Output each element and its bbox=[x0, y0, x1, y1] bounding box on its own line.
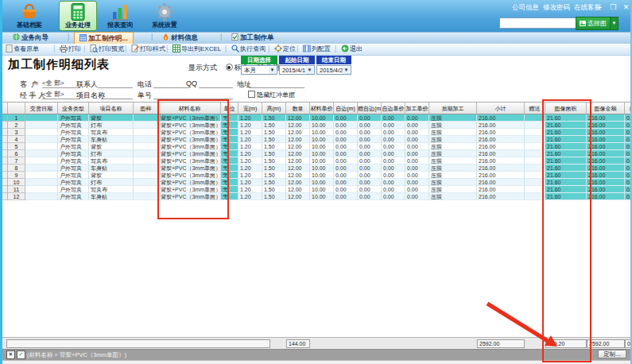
table-cell: 户外写真 bbox=[58, 186, 89, 193]
column-header-10[interactable]: 材料单价 bbox=[310, 103, 334, 114]
table-row[interactable]: 5户外写真背胶背胶+PVC（3mm单面）无1.201.5012.0010.000… bbox=[2, 143, 632, 150]
toolbar-columns-button[interactable]: 列配置 bbox=[300, 44, 333, 55]
column-header-7[interactable]: 宽(m) bbox=[238, 103, 262, 114]
column-header-11[interactable]: 自边(m) bbox=[334, 103, 358, 114]
row-selector-cell[interactable] bbox=[2, 172, 8, 179]
column-header-9[interactable]: 数量 bbox=[286, 103, 310, 114]
filter-field-r1-3[interactable] bbox=[199, 79, 233, 88]
table-cell bbox=[25, 165, 58, 172]
table-cell: 车身贴 bbox=[89, 165, 134, 172]
column-header-19[interactable]: 图像金额 bbox=[587, 103, 625, 114]
table-cell bbox=[134, 193, 159, 200]
column-header-15[interactable]: 后期加工 bbox=[429, 103, 477, 114]
apply-filter-checkbox-icon[interactable]: ✓ bbox=[17, 350, 25, 359]
row-selector-cell[interactable] bbox=[2, 129, 8, 136]
chevron-down-icon[interactable]: ▼ bbox=[306, 67, 313, 74]
row-selector-cell[interactable] bbox=[2, 114, 8, 122]
column-header-0[interactable] bbox=[8, 103, 25, 114]
table-row[interactable]: 12户外写真车身贴背胶+PVC（3mm单面）无1.201.5012.0010.0… bbox=[2, 193, 632, 200]
table-cell bbox=[525, 136, 545, 143]
main-menu-basket[interactable]: 基础档案 bbox=[11, 2, 48, 30]
tab-3[interactable]: 加工制作单 bbox=[227, 32, 279, 44]
date-filter-select-2[interactable]: 2015/4/26▼ bbox=[316, 65, 351, 75]
tab-1[interactable]: 加工制作明... bbox=[74, 32, 134, 44]
filter-field-r1-2[interactable] bbox=[153, 79, 189, 88]
column-header-17[interactable]: 赠送 bbox=[525, 103, 545, 114]
toolbar-exit-button[interactable]: 退出 bbox=[339, 44, 365, 55]
table-row[interactable]: 3户外写真写真布背胶+PVC（3mm单面）无1.201.5012.0010.00… bbox=[2, 129, 632, 136]
toolbar-print-preview-button[interactable]: 打印预览 bbox=[87, 44, 126, 55]
table-row[interactable]: 4户外写真车身贴背胶+PVC（3mm单面）无1.201.5012.0010.00… bbox=[2, 136, 632, 143]
toolbar-search-button[interactable]: 执行查询 bbox=[229, 44, 268, 55]
table-cell: 户外写真 bbox=[58, 150, 89, 157]
table-select-all-cell[interactable] bbox=[2, 103, 8, 114]
toolbar-printer-button[interactable]: 打印 bbox=[57, 44, 83, 55]
toolbar-document-button[interactable]: 查看原单 bbox=[3, 44, 41, 55]
column-header-1[interactable]: 交货日期 bbox=[25, 103, 58, 114]
table-row[interactable]: 10户外写真灯布背胶+PVC（3mm单面）无1.201.5012.0010.00… bbox=[2, 179, 632, 186]
titlebar-link-1[interactable]: 修改密码 bbox=[543, 3, 570, 13]
toolbar-print-style-button[interactable]: 打印样式 bbox=[129, 44, 168, 55]
chevron-down-icon[interactable]: ▼ bbox=[343, 67, 350, 74]
filter-field-r1-0[interactable]: <全 部> bbox=[42, 79, 80, 88]
toolbar-locate-button[interactable]: 定位 bbox=[272, 44, 298, 55]
tab-0[interactable]: 业务向导 bbox=[8, 32, 53, 44]
toolbar-excel-export-button[interactable]: 导出到EXCEL bbox=[170, 44, 223, 55]
table-row[interactable]: 9户外写真背胶背胶+PVC（3mm单面）无1.201.5012.0010.000… bbox=[2, 172, 632, 179]
hide-red-voucher-checkbox[interactable]: 隐藏红冲单据 bbox=[248, 91, 295, 99]
main-menu-bar-chart[interactable]: 报表查询 bbox=[102, 2, 138, 30]
column-header-3[interactable]: 项目名称 bbox=[89, 103, 134, 114]
table-cell: 10.00 bbox=[310, 122, 334, 129]
column-header-14[interactable]: 加工单价 bbox=[405, 103, 429, 114]
column-header-8[interactable]: 高(m) bbox=[262, 103, 286, 114]
row-selector-cell[interactable] bbox=[2, 157, 8, 165]
row-selector-cell[interactable] bbox=[2, 143, 8, 150]
column-header-4[interactable]: 图样 bbox=[134, 103, 159, 114]
main-menu-gear[interactable]: 系统设置 bbox=[146, 2, 183, 30]
radio-standard[interactable] bbox=[226, 64, 233, 71]
table-cell: 10.00 bbox=[310, 114, 334, 122]
row-selector-cell[interactable] bbox=[2, 122, 8, 129]
row-selector-cell[interactable] bbox=[2, 136, 8, 143]
choose-image-button[interactable]: 选择图片 bbox=[576, 17, 611, 30]
column-header-12[interactable]: 赠自边(m) bbox=[358, 103, 382, 114]
table-row[interactable]: 7户外写真写真布背胶+PVC（3mm单面）无1.201.5012.0010.00… bbox=[2, 157, 632, 165]
table-cell: 0.00 bbox=[382, 157, 405, 165]
row-selector-cell[interactable] bbox=[2, 150, 8, 157]
filter-field-r2-0[interactable]: <全 部> bbox=[42, 90, 80, 99]
table-row[interactable]: 6户外写真灯布背胶+PVC（3mm单面）无1.201.5012.0010.000… bbox=[2, 150, 632, 157]
titlebar-link-0[interactable]: 公司信息 bbox=[512, 3, 539, 13]
image-search-input[interactable] bbox=[499, 17, 577, 29]
filter-field-r2-2[interactable] bbox=[153, 90, 233, 99]
filter-field-r1-1[interactable] bbox=[98, 79, 133, 88]
table-row[interactable]: 1户外写真背胶背胶+PVC（3mm单面）无1.201.5012.0010.000… bbox=[2, 114, 632, 122]
column-header-13[interactable]: 自边单价 bbox=[382, 103, 405, 114]
column-header-18[interactable]: 图像面积 bbox=[545, 103, 587, 114]
chevron-down-icon[interactable]: ▼ bbox=[269, 67, 276, 74]
main-menu-calculator[interactable]: 业务处理 bbox=[59, 1, 97, 31]
table-cell: 10.00 bbox=[310, 136, 334, 143]
column-header-16[interactable]: 小计 bbox=[477, 103, 525, 114]
customize-filter-button[interactable]: 定制... bbox=[598, 350, 626, 358]
filter-field-r1-4[interactable] bbox=[249, 79, 304, 88]
table-row[interactable]: 11户外写真写真布背胶+PVC（3mm单面）无1.201.5012.0010.0… bbox=[2, 186, 632, 193]
clear-filter-icon[interactable]: ✕ bbox=[6, 350, 15, 359]
row-selector-cell[interactable] bbox=[2, 186, 8, 193]
table-row[interactable]: 2户外写真灯布背胶+PVC（3mm单面）无1.201.5012.0010.000… bbox=[2, 122, 632, 129]
filter-field-r2-1[interactable] bbox=[101, 90, 133, 99]
column-header-2[interactable]: 业务类型 bbox=[58, 103, 89, 114]
row-selector-cell[interactable] bbox=[2, 165, 8, 172]
date-filter-select-1[interactable]: 2015/4/1▼ bbox=[279, 65, 315, 75]
column-header-6[interactable]: 单位 bbox=[221, 103, 238, 114]
minimize-button[interactable]: – bbox=[595, 3, 605, 12]
row-selector-cell[interactable] bbox=[2, 193, 8, 200]
choose-image-dropdown[interactable]: ▼ bbox=[610, 17, 618, 30]
date-filter-select-0[interactable]: 本月▼ bbox=[241, 65, 277, 75]
row-selector-cell[interactable] bbox=[2, 179, 8, 186]
table-header-row: 交货日期业务类型项目名称图样材料名称单位宽(m)高(m)数量材料单价自边(m)赠… bbox=[2, 102, 632, 114]
table-row[interactable]: 8户外写真车身贴背胶+PVC（3mm单面）无1.201.5012.0010.00… bbox=[2, 165, 632, 172]
table-cell: 216.00 bbox=[477, 136, 525, 143]
tab-2[interactable]: 材料信息 bbox=[157, 32, 203, 44]
column-header-5[interactable]: 材料名称 bbox=[159, 103, 221, 114]
maximize-button[interactable]: ❐ bbox=[608, 3, 618, 12]
